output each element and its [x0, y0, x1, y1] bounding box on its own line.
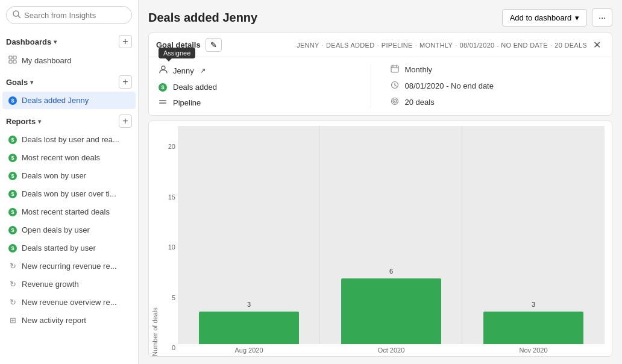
cursor-indicator: ↗	[200, 67, 206, 75]
dollar-icon: $	[8, 190, 17, 198]
dollar-icon: $	[8, 208, 17, 216]
goal-details-breadcrumb: JENNY · DEALS ADDED · PIPELINE · MONTHLY…	[297, 38, 605, 52]
report-item-label: Deals won by user	[22, 171, 86, 180]
breadcrumb-pipeline: PIPELINE	[382, 42, 413, 49]
sidebar-item-report-1[interactable]: $ Most recent won deals	[2, 149, 136, 166]
main-header: Deals added Jenny Add to dashboard ▾ ···	[139, 0, 622, 33]
dollar-icon: $	[8, 244, 17, 253]
add-report-button[interactable]: +	[119, 115, 132, 128]
bar-value-0: 3	[247, 301, 251, 308]
sidebar-item-report-2[interactable]: $ Deals won by user	[2, 167, 136, 184]
report-item-label: Most recent won deals	[22, 153, 100, 162]
avatar-icon	[159, 64, 168, 77]
search-input[interactable]	[24, 11, 125, 20]
svg-point-18	[394, 101, 395, 102]
x-label-2: Nov 2020	[462, 347, 605, 354]
sidebar-item-report-8[interactable]: ↻ Revenue growth	[2, 275, 136, 293]
deals-row: 20 deals	[391, 97, 603, 107]
calendar-icon	[391, 64, 399, 75]
svg-rect-9	[391, 66, 398, 72]
breadcrumb-jenny: JENNY	[297, 42, 319, 49]
monthly-row: Monthly	[391, 64, 603, 75]
svg-point-6	[162, 66, 165, 70]
dashboards-toggle[interactable]: Dashboards ▾	[6, 37, 57, 46]
sidebar-item-report-4[interactable]: $ Most recent started deals	[2, 203, 136, 221]
goal-details-header: Goal details ✎ JENNY · DEALS ADDED · PIP…	[149, 33, 612, 57]
svg-rect-2	[9, 56, 12, 59]
sidebar-item-report-0[interactable]: $ Deals lost by user and rea...	[2, 131, 136, 148]
dollar-icon: $	[8, 136, 17, 144]
chevron-down-icon: ▾	[54, 39, 57, 45]
report-item-label: Most recent started deals	[22, 207, 110, 216]
sidebar-item-report-7[interactable]: ↻ New recurring revenue re...	[2, 257, 136, 275]
chevron-down-icon-add: ▾	[575, 13, 579, 22]
more-options-button[interactable]: ···	[592, 8, 612, 27]
bar-value-2: 3	[532, 301, 535, 308]
refresh-icon: ↻	[8, 298, 17, 307]
y-tick: 5	[163, 294, 175, 301]
sidebar-item-report-9[interactable]: ↻ New revenue overview re...	[2, 293, 136, 311]
metric-row: $ Deals added	[159, 83, 371, 92]
goal-details-right-col: Monthly 08/01/2020 - No end date	[371, 64, 603, 108]
dashboards-label: Dashboards	[6, 37, 51, 46]
chart-area: Number of deals 20151050 20 🎯 3 20 🎯 6	[148, 121, 612, 357]
search-box[interactable]	[6, 6, 132, 24]
sidebar-item-deals-added-jenny[interactable]: $ Deals added Jenny	[2, 92, 136, 109]
y-tick: 0	[163, 344, 175, 351]
search-icon	[13, 10, 20, 20]
date-label: 08/01/2020 - No end date	[405, 81, 494, 90]
svg-rect-3	[13, 56, 16, 59]
svg-rect-7	[159, 100, 166, 101]
active-goal-label: Deals added Jenny	[22, 96, 89, 105]
pipeline-icon	[159, 98, 167, 108]
y-tick: 10	[163, 243, 175, 251]
breadcrumb-date: 08/01/2020 - NO END DATE	[459, 42, 547, 49]
sidebar-item-my-dashboard[interactable]: My dashboard	[2, 51, 136, 70]
chevron-down-icon-goals: ▾	[30, 79, 33, 86]
refresh-icon: ↻	[8, 280, 17, 289]
assignee-name: Jenny	[173, 66, 194, 75]
monthly-label: Monthly	[405, 65, 433, 74]
grid-icon: ⊞	[8, 316, 17, 325]
svg-line-15	[395, 85, 397, 86]
bar-0: 3	[199, 312, 298, 344]
dollar-icon-active: $	[8, 96, 17, 105]
bar-2: 3	[483, 312, 583, 344]
goals-label: Goals	[6, 78, 28, 87]
chart-group-2: 20 🎯 3	[462, 126, 605, 344]
dollar-icon: $	[8, 172, 17, 180]
refresh-icon: ↻	[8, 262, 17, 271]
breadcrumb-sep-3: ·	[415, 42, 417, 49]
sidebar-item-report-5[interactable]: $ Open deals by user	[2, 221, 136, 239]
add-dashboard-button[interactable]: +	[119, 35, 132, 48]
sidebar-item-report-3[interactable]: $ Deals won by user over ti...	[2, 185, 136, 202]
report-item-label: New recurring revenue re...	[22, 262, 117, 271]
date-row: 08/01/2020 - No end date	[391, 81, 603, 91]
goal-details-left-col: Assignee Jenny ↗ $ D	[159, 64, 371, 108]
report-item-label: New activity report	[22, 316, 86, 325]
svg-rect-8	[159, 102, 166, 104]
x-label-1: Oct 2020	[320, 347, 462, 354]
deals-label: 20 deals	[405, 98, 435, 107]
chart-group-0: 20 🎯 3	[178, 126, 320, 344]
add-goal-button[interactable]: +	[119, 75, 132, 89]
breadcrumb-sep-1: ·	[322, 42, 324, 49]
dollar-icon-metric: $	[159, 83, 167, 92]
dashboards-section-header: Dashboards ▾ +	[0, 30, 138, 51]
add-to-dashboard-button[interactable]: Add to dashboard ▾	[502, 9, 588, 27]
assignee-tooltip: Assignee	[159, 48, 195, 58]
chart-y-axis-label: Number of deals	[149, 121, 163, 356]
close-goal-details-button[interactable]: ✕	[589, 38, 605, 52]
edit-goal-button[interactable]: ✎	[206, 38, 222, 52]
grid-icon	[8, 55, 17, 66]
goal-details-body: Assignee Jenny ↗ $ D	[149, 57, 612, 115]
header-actions: Add to dashboard ▾ ···	[502, 8, 612, 27]
sidebar-item-report-6[interactable]: $ Deals started by user	[2, 239, 136, 257]
y-tick: 20	[163, 143, 175, 150]
goals-toggle[interactable]: Goals ▾	[6, 78, 33, 87]
sidebar-item-report-10[interactable]: ⊞ New activity report	[2, 312, 136, 329]
report-item-label: Open deals by user	[22, 225, 90, 234]
breadcrumb-sep-2: ·	[377, 42, 379, 49]
assignee-row: Assignee Jenny ↗	[159, 64, 371, 77]
reports-toggle[interactable]: Reports ▾	[6, 117, 41, 126]
